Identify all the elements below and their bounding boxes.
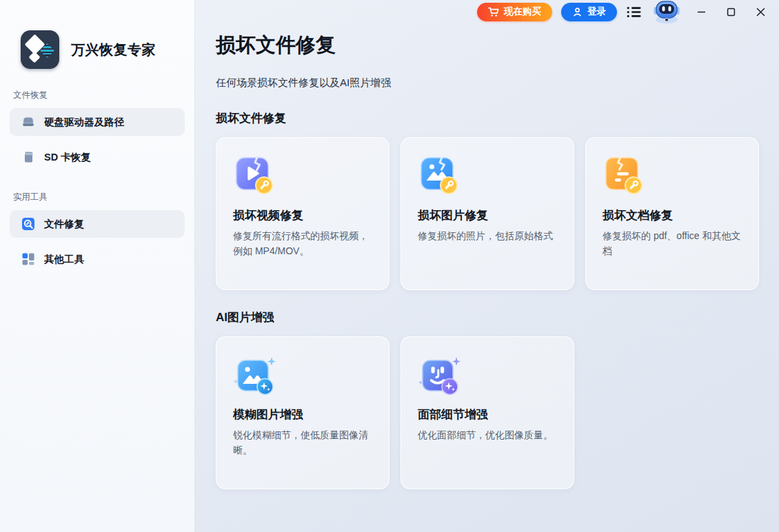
user-icon xyxy=(572,7,583,17)
sidebar-item-hard-drives[interactable]: 硬盘驱动器及路径 xyxy=(10,108,185,136)
card-title: 损坏视频修复 xyxy=(233,207,372,223)
hard-drive-icon xyxy=(21,115,35,129)
sidebar-item-label: 其他工具 xyxy=(44,253,84,266)
card-description: 修复所有流行格式的损坏视频，例如 MP4/MOV。 xyxy=(233,229,375,258)
cart-icon xyxy=(488,7,499,17)
maximize-icon xyxy=(727,8,736,17)
card-document-repair[interactable]: 损坏文档修复 修复损坏的 pdf、office 和其他文档 xyxy=(585,137,759,290)
sidebar: 万兴恢复专家 文件恢复 硬盘驱动器及路径 SD 卡恢复 xyxy=(0,0,195,532)
close-icon xyxy=(756,8,765,17)
file-repair-icon xyxy=(21,217,35,231)
more-tools-icon xyxy=(21,252,35,266)
robot-assistant-icon[interactable] xyxy=(651,0,682,23)
menu-icon[interactable] xyxy=(626,3,643,20)
sidebar-item-label: 文件修复 xyxy=(44,218,84,231)
card-title: 损坏文档修复 xyxy=(603,207,742,223)
sidebar-item-sd-card[interactable]: SD 卡恢复 xyxy=(10,143,185,171)
app-logo xyxy=(21,30,59,69)
video-repair-icon xyxy=(233,154,277,198)
close-button[interactable] xyxy=(750,2,771,21)
sd-card-icon xyxy=(21,150,35,164)
card-title: 面部细节增强 xyxy=(418,407,557,422)
app-brand: 万兴恢复专家 xyxy=(21,30,194,69)
card-video-repair[interactable]: 损坏视频修复 修复所有流行格式的损坏视频，例如 MP4/MOV。 xyxy=(216,137,390,290)
section-header-file-repair: 损坏文件修复 xyxy=(216,110,779,126)
card-title: 模糊图片增强 xyxy=(233,407,372,422)
sidebar-section-label-utilities: 实用工具 xyxy=(13,192,194,203)
card-description: 修复损坏的照片，包括原始格式 xyxy=(418,229,560,244)
section-header-ai-enhance: AI图片增强 xyxy=(216,309,779,325)
minimize-icon xyxy=(697,8,706,17)
card-face-enhance[interactable]: 面部细节增强 优化面部细节，优化图像质量。 xyxy=(401,336,574,489)
buy-now-button[interactable]: 现在购买 xyxy=(477,3,552,21)
buy-now-label: 现在购买 xyxy=(504,6,541,18)
card-description: 锐化模糊细节，使低质量图像清晰。 xyxy=(233,428,375,458)
sidebar-section-label-file-recovery: 文件恢复 xyxy=(13,90,194,101)
titlebar: 现在购买 登录 xyxy=(477,0,779,23)
sidebar-nav-utilities: 文件修复 其他工具 xyxy=(0,210,194,273)
sidebar-item-label: 硬盘驱动器及路径 xyxy=(44,116,124,129)
sidebar-item-other-tools[interactable]: 其他工具 xyxy=(10,245,185,273)
app-title: 万兴恢复专家 xyxy=(71,41,156,59)
face-enhance-icon xyxy=(418,354,462,398)
page-title: 损坏文件修复 xyxy=(216,32,779,59)
card-description: 修复损坏的 pdf、office 和其他文档 xyxy=(603,229,745,258)
card-row-ai-enhance: 模糊图片增强 锐化模糊细节，使低质量图像清晰。 xyxy=(216,336,779,489)
card-description: 优化面部细节，优化图像质量。 xyxy=(418,428,560,443)
document-repair-icon xyxy=(603,154,647,198)
card-row-file-repair: 损坏视频修复 修复所有流行格式的损坏视频，例如 MP4/MOV。 xyxy=(216,137,779,290)
maximize-button[interactable] xyxy=(720,2,741,21)
login-label: 登录 xyxy=(587,6,606,18)
sidebar-item-file-repair[interactable]: 文件修复 xyxy=(10,210,185,238)
card-title: 损坏图片修复 xyxy=(418,207,557,223)
minimize-button[interactable] xyxy=(691,2,711,21)
card-blur-enhance[interactable]: 模糊图片增强 锐化模糊细节，使低质量图像清晰。 xyxy=(216,336,390,489)
photo-repair-icon xyxy=(418,154,462,198)
card-photo-repair[interactable]: 损坏图片修复 修复损坏的照片，包括原始格式 xyxy=(401,137,574,290)
sidebar-item-label: SD 卡恢复 xyxy=(44,151,91,164)
main-content: 损坏文件修复 任何场景损坏文件修复以及AI照片增强 损坏文件修复 xyxy=(195,0,779,532)
sidebar-nav-file-recovery: 硬盘驱动器及路径 SD 卡恢复 xyxy=(0,108,194,171)
page-subtitle: 任何场景损坏文件修复以及AI照片增强 xyxy=(216,76,779,90)
login-button[interactable]: 登录 xyxy=(561,3,617,21)
blur-enhance-icon xyxy=(233,354,277,398)
